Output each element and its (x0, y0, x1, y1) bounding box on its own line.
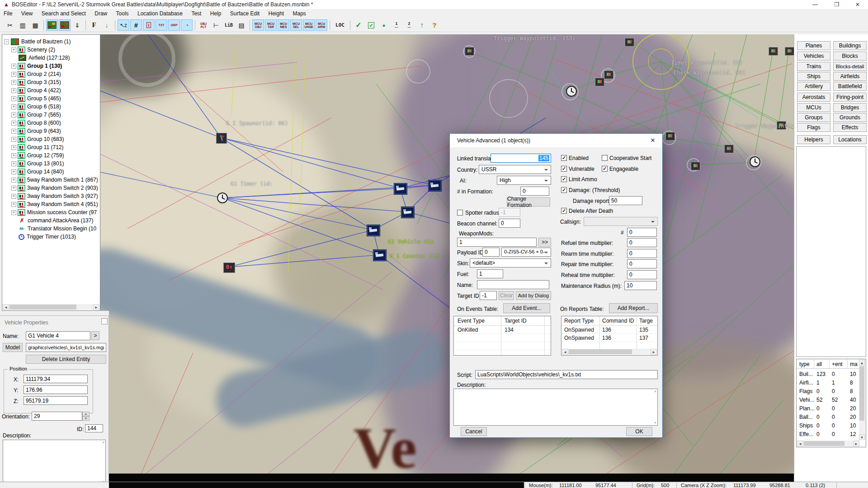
model-button[interactable]: Model (3, 343, 23, 352)
help-icon[interactable]: ? (429, 19, 440, 31)
tree-item-translator-mission-begin[interactable]: M›Translator Mission Begin (10 (2, 225, 100, 233)
palette-aerostats-button[interactable]: Aerostats (797, 93, 830, 102)
callsign-dropdown[interactable] (584, 217, 658, 226)
enabled-checkbox[interactable]: ✓ (561, 155, 567, 161)
palette-battlefield-button[interactable]: Battlefield (833, 82, 867, 91)
waypoint-icon[interactable] (665, 132, 675, 141)
scroll-left-icon[interactable]: ◄ (3, 304, 9, 310)
menu-draw[interactable]: Draw (91, 9, 111, 18)
cancel-button[interactable]: Cancel (461, 427, 487, 436)
weaponmods-input[interactable] (457, 238, 537, 247)
map-viewport[interactable]: Trigger Waypoint(id. 153) Timer Waypoint… (100, 34, 794, 482)
palette-flags-button[interactable]: Flags (797, 123, 830, 132)
mcu-obj-icon[interactable]: MCUOBJ (252, 19, 264, 31)
minimize-button[interactable]: — (807, 0, 823, 9)
waypoint-icon[interactable] (769, 47, 778, 56)
rearm-input[interactable] (627, 249, 657, 258)
waypoint-icon[interactable] (724, 145, 734, 153)
tree-item-scenery[interactable]: +Scenery (2) (2, 46, 100, 54)
maximize-button[interactable]: ❐ (829, 0, 844, 9)
menu-height[interactable]: Height (264, 9, 288, 18)
menu-view[interactable]: View (18, 9, 37, 18)
dialog-close-icon[interactable]: ✕ (646, 136, 660, 145)
hierarchy-icon[interactable]: ⊢ (210, 19, 222, 31)
scroll-left-icon[interactable]: ◄ (797, 441, 803, 446)
apply-icon[interactable]: ✓ (353, 19, 364, 31)
orientation-spinner[interactable]: ▲▼ (82, 412, 90, 421)
scroll-down-icon[interactable]: ▼ (859, 434, 865, 440)
scroll-right-icon[interactable]: ► (93, 304, 99, 310)
tree-item-group-10[interactable]: +Group 10 (683) (2, 135, 100, 143)
waypoint-icon[interactable] (465, 47, 474, 56)
stats-horizontal-scrollbar[interactable]: ◄ ► (797, 441, 859, 446)
waypoint-icon[interactable] (625, 38, 634, 47)
damage-threshold-checkbox[interactable]: ✓ (561, 187, 567, 193)
linked-translator-input[interactable]: 145 (491, 154, 551, 163)
tree-item-group-13[interactable]: +Group 13 (801) (2, 160, 100, 168)
scroll-down-icon[interactable]: ˅ (654, 421, 656, 425)
panel-pin-icon[interactable] (101, 318, 108, 324)
layer1-icon[interactable]: 1--- (391, 19, 402, 31)
description-textarea[interactable]: ˄ ˅ (3, 440, 106, 485)
payload-dropdown[interactable]: 0-ZIS5-CV-56 + 0- (501, 248, 551, 257)
palette-bridges-button[interactable]: Bridges (833, 103, 867, 112)
mcu-tar-icon[interactable]: MCUTAR (265, 19, 277, 31)
palette-grounds-button[interactable]: Grounds (833, 113, 867, 122)
orientation-input[interactable] (32, 412, 82, 421)
scroll-left-icon[interactable]: ◄ (562, 349, 568, 355)
object-stats-table[interactable]: type all +ent ma Buil...123010 Airfi...1… (796, 359, 866, 447)
palette-vehicles-button[interactable]: Vehicles (797, 52, 830, 61)
engageable-checkbox[interactable]: ✓ (602, 166, 608, 172)
text-labels-icon[interactable]: TXT (156, 19, 167, 31)
record-icon[interactable]: ● (378, 19, 390, 31)
beacon-channel-input[interactable] (499, 219, 520, 228)
events-table[interactable]: Event Type Target ID OnKilled 134 (453, 316, 551, 356)
tree-item-group-11[interactable]: +Group 11 (712) (2, 143, 100, 151)
callsign-number-input[interactable] (627, 228, 657, 237)
scroll-up-icon[interactable]: ▲ (859, 360, 865, 366)
cut-icon[interactable]: ✂ (4, 19, 16, 31)
mcu-arw-icon[interactable]: MCUARW (316, 19, 327, 31)
truck-icon[interactable] (373, 250, 386, 261)
counter-icon[interactable] (223, 263, 235, 273)
vulnerable-checkbox[interactable]: ✓ (561, 166, 567, 172)
change-formation-button[interactable]: Change Formation (507, 197, 550, 206)
menu-surface-edit[interactable]: Surface Edit (226, 9, 263, 18)
tree-item-switch-3[interactable]: +3way Random Switch 3 (927) (2, 192, 100, 200)
scroll-right-icon[interactable]: ► (651, 349, 657, 355)
truck-icon[interactable] (394, 183, 407, 194)
tree-item-mission-counter[interactable]: +Mission success Counter (97 (2, 208, 100, 216)
maintenance-radius-input[interactable] (624, 281, 657, 290)
formation-count-input[interactable] (520, 187, 549, 196)
tree-item-switch-1[interactable]: +5way Random Switch 1 (867) (2, 176, 100, 184)
library-icon[interactable]: LiB (223, 19, 235, 31)
place-object-icon[interactable]: ↓ (101, 19, 113, 31)
menu-file[interactable]: File (0, 9, 16, 18)
palette-buildings-button[interactable]: Buildings (833, 41, 867, 50)
import-icon[interactable]: ⇓ (71, 19, 83, 31)
paste-icon[interactable]: ▦ (29, 19, 41, 31)
menu-help[interactable]: Help (207, 9, 225, 18)
country-dropdown[interactable]: USSR (479, 165, 551, 174)
add-report-button[interactable]: Add Report... (609, 303, 658, 313)
palette-planes-button[interactable]: Planes (797, 41, 830, 50)
tree-item-switch-4[interactable]: +3way Random Switch 4 (951) (2, 200, 100, 208)
truck-icon[interactable] (367, 225, 380, 236)
fuel-input[interactable] (477, 269, 503, 278)
scroll-up-icon[interactable]: ˄ (654, 389, 656, 394)
dialog-title-bar[interactable]: Vehicle Advanced (1 object(s)) ✕ (450, 134, 662, 147)
scroll-right-icon[interactable]: ► (853, 441, 859, 446)
truck-icon[interactable] (401, 207, 414, 218)
payload-id-input[interactable] (482, 248, 500, 257)
tree-item-command-attackarea[interactable]: ✗command AttackArea (137) (2, 216, 100, 225)
tree-item-group-1[interactable]: +Group 1 (130) (2, 62, 100, 70)
palette-mcus-button[interactable]: MCUs (797, 103, 830, 112)
copy-icon[interactable]: ▥ (17, 19, 28, 31)
tree-item-switch-2[interactable]: +3way Random Switch 2 (903) (2, 184, 100, 192)
menu-location-database[interactable]: Location Database (134, 9, 186, 18)
grid-icon[interactable]: # (130, 19, 142, 31)
tree-item-group-12[interactable]: +Group 12 (759) (2, 151, 100, 160)
tree-item-group-2[interactable]: +Group 2 (214) (2, 70, 100, 78)
tree-item-group-7[interactable]: +Group 7 (565) (2, 111, 100, 119)
reports-table-hscrollbar[interactable]: ◄ ► (562, 349, 657, 355)
